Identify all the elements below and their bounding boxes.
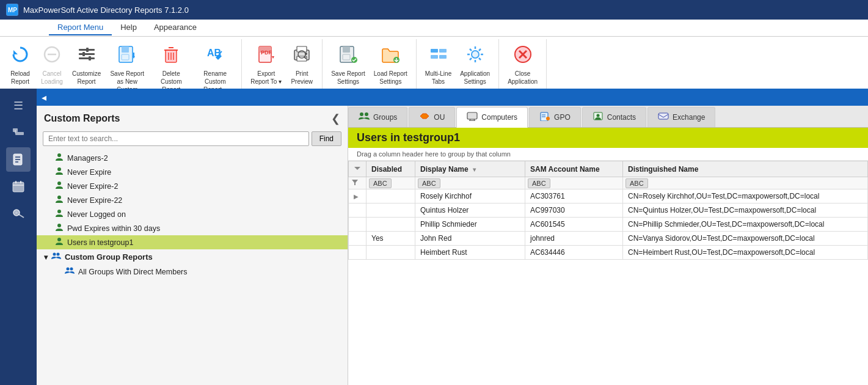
tab-contacts[interactable]: Contacts [582, 107, 646, 127]
tab-groups[interactable]: Groups [348, 107, 407, 127]
row-arrow-cell [349, 232, 367, 246]
svg-point-69 [360, 112, 363, 116]
row-arrow-cell [349, 246, 367, 260]
save-report-settings-button[interactable]: Save ReportSettings [327, 42, 369, 88]
table-row[interactable]: Quintus Holzer AC997030 CN=Quintus Holze… [349, 204, 868, 218]
cancel-loading-button[interactable]: CancelLoading [37, 42, 67, 88]
person-icon [55, 209, 64, 219]
collapse-arrow[interactable]: ◂ [42, 92, 46, 103]
folder-tree-sidebar-icon[interactable] [6, 120, 31, 145]
tree-item-never-expire-22[interactable]: Never Expire-22 [37, 193, 348, 207]
svg-point-67 [67, 268, 70, 271]
row-displayname-cell: John Red [415, 232, 525, 246]
exchange-tab-icon [658, 111, 669, 123]
filter-row: ABC ABC ABC ABC [349, 177, 868, 189]
svg-rect-7 [79, 57, 95, 59]
tab-contacts-label: Contacts [607, 113, 636, 122]
export-report-button[interactable]: PDF ExportReport To ▾ [247, 42, 285, 88]
row-disabled-cell: Yes [367, 232, 415, 246]
table-row[interactable]: ▶ Rosely Kirchhof AC303761 CN=Rosely Kir… [349, 189, 868, 204]
tab-computers-label: Computers [481, 113, 517, 122]
tree-item-never-expire[interactable]: Never Expire [37, 165, 348, 179]
filter-displayname-cell[interactable]: ABC [415, 177, 525, 189]
print-preview-button[interactable]: PrintPreview [286, 42, 317, 88]
menu-item-appearance[interactable]: Appearance [145, 20, 205, 35]
svg-point-59 [57, 167, 61, 171]
tab-computers[interactable]: Computers [456, 107, 528, 128]
rename-custom-button[interactable]: AB Rename CustomReport... [194, 42, 236, 96]
tabs-bar: Groups OU [348, 106, 868, 128]
tab-groups-label: Groups [373, 113, 397, 122]
ribbon-tools-buttons: Multi-LineTabs ApplicationSettings [421, 42, 494, 96]
row-expand-arrow[interactable]: ▶ [354, 193, 359, 200]
hamburger-sidebar-icon[interactable]: ☰ [6, 94, 31, 118]
col-header-sam[interactable]: SAM Account Name [525, 161, 623, 177]
load-report-settings-button[interactable]: Load ReportSettings [370, 42, 411, 88]
key-sidebar-icon[interactable] [6, 201, 31, 226]
find-button[interactable]: Find [312, 131, 341, 146]
tree-item-label: Never Expire [67, 168, 111, 177]
col-header-display-name[interactable]: Display Name ▾ [415, 161, 525, 177]
ribbon-exit-buttons: CloseApplication [504, 42, 541, 96]
tab-gpo[interactable]: GPO [529, 107, 581, 127]
tree-item-label: Never Logged on [67, 210, 126, 219]
svg-rect-51 [13, 182, 24, 192]
tree-item-all-groups-direct[interactable]: All Groups With Direct Members [37, 265, 348, 279]
svg-point-57 [15, 211, 18, 214]
tree-item-never-expire-2[interactable]: Never Expire-2 [37, 179, 348, 193]
row-displayname-cell: Heimbert Rust [415, 246, 525, 260]
save-new-custom-button[interactable]: Save Reportas New Custom [106, 42, 148, 96]
table-row[interactable]: Phillip Schmieder AC601545 CN=Phillip Sc… [349, 218, 868, 232]
table-row[interactable]: Heimbert Rust AC634446 CN=Heimbert Rust,… [349, 246, 868, 260]
filter-disabled-cell[interactable]: ABC [367, 177, 415, 189]
person-icon [55, 223, 64, 233]
close-application-button[interactable]: CloseApplication [504, 42, 541, 88]
delete-custom-button[interactable]: Delete CustomReport [150, 42, 192, 96]
svg-rect-45 [15, 132, 24, 135]
row-dn-cell: CN=Quintus Holzer,OU=Test,DC=maxpowersof… [623, 204, 868, 218]
tree-item-pwd-expires[interactable]: Pwd Expires within 30 days [37, 221, 348, 235]
col-header-dn[interactable]: Distinguished Name [623, 161, 868, 177]
filter-sam-cell[interactable]: ABC [525, 177, 623, 189]
calendar-sidebar-icon[interactable] [6, 174, 31, 199]
row-arrow-cell [349, 218, 367, 232]
svg-point-65 [53, 253, 56, 256]
report-table-container[interactable]: Disabled Display Name ▾ SAM Account Name… [348, 161, 868, 385]
panel-collapse-button[interactable]: ❮ [331, 112, 340, 125]
tree-item-label: Never Expire-2 [67, 182, 118, 191]
multi-line-tabs-button[interactable]: Multi-LineTabs [421, 42, 455, 88]
table-row[interactable]: Yes John Red johnred CN=Vanya Sidorov,OU… [349, 232, 868, 246]
row-arrow-cell [349, 204, 367, 218]
reports-panel-title: Custom Reports [44, 113, 120, 124]
drag-hint: Drag a column header here to group by th… [348, 148, 868, 161]
ribbon-report-buttons: ReloadReport CancelLoading [5, 42, 236, 96]
custom-group-reports-section[interactable]: ▾ Custom Group Reports [37, 249, 348, 265]
svg-point-80 [596, 114, 599, 117]
col-header-disabled[interactable]: Disabled [367, 161, 415, 177]
menu-item-report[interactable]: Report Menu [49, 20, 112, 35]
reports-sidebar-icon[interactable] [6, 147, 31, 172]
reload-report-button[interactable]: ReloadReport [5, 42, 35, 88]
svg-point-62 [57, 210, 61, 213]
filter-dn-cell[interactable]: ABC [623, 177, 868, 189]
person-icon [55, 237, 64, 248]
reports-panel-header: Custom Reports ❮ [37, 106, 348, 129]
search-input[interactable] [43, 131, 309, 146]
col-header-select [349, 161, 367, 177]
application-settings-button[interactable]: ApplicationSettings [456, 42, 494, 88]
svg-rect-32 [343, 46, 350, 53]
svg-rect-38 [431, 55, 438, 59]
customize-report-button[interactable]: CustomizeReport [68, 42, 104, 88]
app-settings-icon [465, 44, 486, 68]
tree-item-managers-2[interactable]: Managers-2 [37, 151, 348, 165]
content-header: ◂ [37, 89, 868, 106]
menu-item-help[interactable]: Help [112, 20, 145, 35]
menu-bar: Report Menu Help Appearance [0, 20, 868, 37]
filter-badge-displayname: ABC [418, 178, 440, 188]
tree-item-users-in-testgroup1[interactable]: Users in testgroup1 [37, 235, 348, 249]
tab-ou[interactable]: OU [409, 107, 455, 127]
row-dn-cell: CN=Rosely Kirchhof,OU=Test,DC=maxpowerso… [623, 189, 868, 204]
tab-exchange[interactable]: Exchange [647, 107, 715, 127]
application-settings-label: ApplicationSettings [460, 70, 490, 86]
tree-item-never-logged-on[interactable]: Never Logged on [37, 207, 348, 221]
